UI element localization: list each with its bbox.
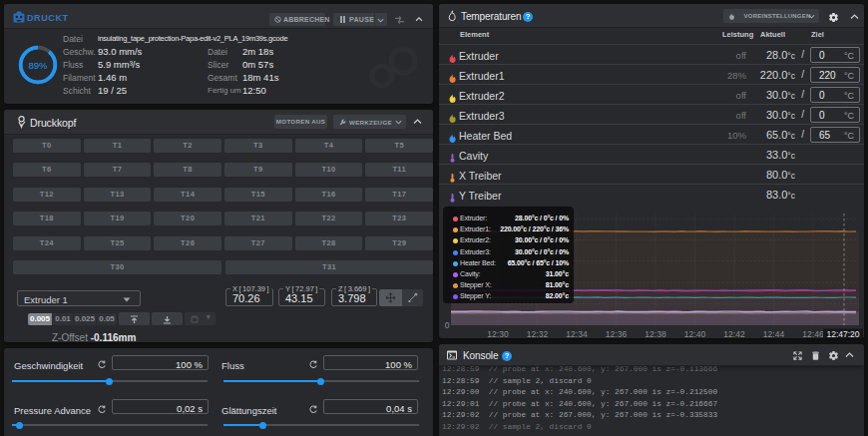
svg-text:12:44: 12:44 [763, 329, 785, 338]
svg-text:12:40: 12:40 [684, 329, 706, 338]
svg-text:12:38: 12:38 [645, 329, 666, 338]
svg-text:12:34: 12:34 [566, 329, 588, 338]
svg-text:12:47:20: 12:47:20 [826, 329, 859, 338]
svg-text:12:46: 12:46 [802, 329, 824, 338]
svg-text:12:30: 12:30 [487, 329, 509, 338]
svg-text:12:42: 12:42 [723, 329, 745, 338]
svg-text:12:32: 12:32 [527, 329, 549, 338]
svg-text:0: 0 [445, 320, 450, 330]
svg-text:12:36: 12:36 [606, 329, 628, 338]
svg-text:18: 18 [863, 329, 864, 338]
